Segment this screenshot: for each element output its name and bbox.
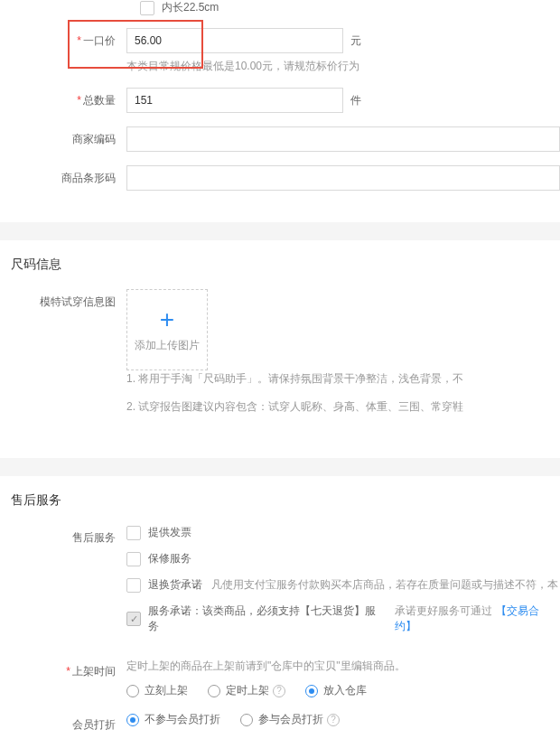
return-checkbox[interactable]: [126, 578, 141, 593]
aftersales-section-title: 售后服务: [0, 476, 560, 525]
barcode-input[interactable]: [126, 165, 560, 191]
upload-text: 添加上传图片: [135, 338, 200, 353]
shelf-time-label: *上架时间: [0, 659, 126, 684]
plus-icon: +: [160, 307, 174, 332]
return-hint: 凡使用支付宝服务付款购买本店商品，若存在质量问题或与描述不符，本: [211, 577, 558, 593]
price-hint: 本类目常规价格最低是10.00元，请规范标价行为: [126, 59, 560, 74]
invoice-checkbox[interactable]: [126, 526, 141, 540]
price-input[interactable]: [126, 28, 343, 53]
help-icon[interactable]: ?: [273, 685, 285, 697]
price-label: *一口价: [0, 28, 126, 53]
spec-checkbox-label: 内长22.5cm: [162, 0, 219, 15]
model-info-label: 模特试穿信息图: [0, 289, 126, 314]
aftersales-label: 售后服务: [0, 525, 126, 550]
service-promise-checkbox[interactable]: [126, 612, 141, 626]
help-icon[interactable]: ?: [327, 714, 340, 726]
radio-icon: [240, 714, 253, 726]
warranty-checkbox[interactable]: [126, 552, 141, 566]
invoice-label: 提供发票: [148, 525, 191, 540]
service-promise-hint: 承诺更好服务可通过 【交易合约】: [395, 603, 560, 634]
size-section-title: 尺码信息: [0, 240, 560, 289]
quantity-input[interactable]: [126, 88, 343, 113]
model-hints: 1. 将用于手淘「尺码助手」。请保持氛围背景干净整洁，浅色背景，不 2. 试穿报…: [126, 370, 463, 426]
radio-icon: [126, 714, 139, 726]
radio-icon: [126, 685, 139, 697]
discount-yes-radio[interactable]: 参与会员打折 ?: [240, 712, 340, 727]
upload-image-box[interactable]: + 添加上传图片: [126, 289, 208, 370]
spec-checkbox[interactable]: [140, 1, 154, 15]
shelf-hint: 定时上架的商品在上架前请到"仓库中的宝贝"里编辑商品。: [126, 659, 560, 674]
return-label: 退换货承诺: [148, 577, 202, 593]
quantity-label: *总数量: [0, 88, 126, 113]
price-unit: 元: [350, 33, 361, 49]
merchant-code-input[interactable]: [126, 126, 560, 152]
discount-no-radio[interactable]: 不参与会员打折: [126, 712, 220, 727]
shelf-warehouse-radio[interactable]: 放入仓库: [305, 683, 367, 698]
shelf-scheduled-radio[interactable]: 定时上架 ?: [208, 683, 285, 698]
radio-icon: [208, 685, 220, 697]
radio-icon: [305, 685, 318, 697]
warranty-label: 保修服务: [148, 551, 191, 566]
barcode-label: 商品条形码: [0, 165, 126, 191]
shelf-now-radio[interactable]: 立刻上架: [126, 683, 188, 698]
spec-checkbox-row: 内长22.5cm: [0, 0, 560, 15]
quantity-unit: 件: [350, 93, 361, 108]
service-promise-label: 服务承诺：该类商品，必须支持【七天退货】服务: [148, 603, 386, 634]
merchant-code-label: 商家编码: [0, 126, 126, 152]
member-discount-label: 会员打折: [0, 712, 126, 737]
